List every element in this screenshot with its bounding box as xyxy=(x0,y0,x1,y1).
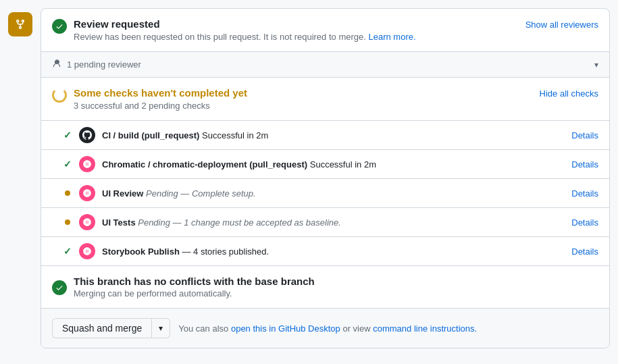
review-left: Review requested Review has been request… xyxy=(52,18,416,42)
command-line-link[interactable]: command line instructions. xyxy=(373,323,477,334)
check-success-icon-1: ✓ xyxy=(63,130,72,140)
check-row-ui-tests: UI Tests Pending — 1 change must be acce… xyxy=(41,208,609,237)
no-conflicts-title: This branch has no conflicts with the ba… xyxy=(74,276,315,287)
pending-left: 1 pending reviewer xyxy=(52,59,141,70)
checks-text: Some checks haven't completed yet 3 succ… xyxy=(74,87,247,111)
chromatic-icon-1 xyxy=(79,156,95,172)
review-subtitle: Review has been requested on this pull r… xyxy=(74,32,416,42)
chromatic-icon-3 xyxy=(79,214,95,230)
check-row-chromatic-deploy: ✓ Chromatic / chromatic-deployment (pull… xyxy=(41,150,609,179)
checks-title: Some checks haven't completed yet xyxy=(74,87,247,99)
chevron-down-icon: ▾ xyxy=(594,60,598,70)
check-text-1: CI / build (pull_request) Successful in … xyxy=(102,130,268,140)
details-link-3[interactable]: Details xyxy=(571,188,598,199)
squash-merge-button[interactable]: Squash and merge xyxy=(52,318,151,338)
chromatic-icon-2 xyxy=(79,185,95,201)
pending-reviewer-label: 1 pending reviewer xyxy=(67,59,141,70)
sidebar xyxy=(0,0,41,364)
checks-pending-icon xyxy=(52,88,67,103)
check-text-5: Storybook Publish — 4 stories published. xyxy=(102,246,269,257)
check-row-left-5: ✓ Storybook Publish — 4 stories publishe… xyxy=(63,243,269,259)
check-row-ui-review: UI Review Pending — Complete setup. Deta… xyxy=(41,179,609,208)
no-conflicts-text: This branch has no conflicts with the ba… xyxy=(74,276,315,298)
checks-subtitle: 3 successful and 2 pending checks xyxy=(74,101,247,111)
details-link-5[interactable]: Details xyxy=(571,246,598,257)
merge-info: You can also open this in GitHub Desktop… xyxy=(178,323,477,334)
no-conflicts-subtitle: Merging can be performed automatically. xyxy=(74,288,315,298)
check-success-icon-5: ✓ xyxy=(63,246,72,257)
check-row-storybook: ✓ Storybook Publish — 4 stories publishe… xyxy=(41,237,609,266)
merge-button-group: Squash and merge ▾ xyxy=(52,318,170,338)
check-text-3: UI Review Pending — Complete setup. xyxy=(102,188,256,199)
check-row-left-2: ✓ Chromatic / chromatic-deployment (pull… xyxy=(63,156,376,172)
check-text-2: Chromatic / chromatic-deployment (pull_r… xyxy=(102,159,376,170)
person-icon xyxy=(52,59,61,70)
chromatic-icon-4 xyxy=(79,243,95,259)
pending-reviewer-row[interactable]: 1 pending reviewer ▾ xyxy=(41,52,609,78)
check-row-left-4: UI Tests Pending — 1 change must be acce… xyxy=(63,214,341,230)
git-branch-icon xyxy=(8,12,32,36)
no-conflicts-section: This branch has no conflicts with the ba… xyxy=(41,266,609,309)
checks-header: Some checks haven't completed yet 3 succ… xyxy=(41,78,609,121)
check-row-ci-build: ✓ CI / build (pull_request) Successful i… xyxy=(41,121,609,150)
merge-section: Squash and merge ▾ You can also open thi… xyxy=(41,309,609,348)
open-github-desktop-link[interactable]: open this in GitHub Desktop xyxy=(231,323,340,334)
check-success-icon-2: ✓ xyxy=(63,159,72,170)
details-link-1[interactable]: Details xyxy=(571,130,598,140)
review-title: Review requested xyxy=(74,18,416,30)
details-link-2[interactable]: Details xyxy=(571,159,598,170)
hide-all-checks-link[interactable]: Hide all checks xyxy=(540,88,598,99)
check-row-left-3: UI Review Pending — Complete setup. xyxy=(63,185,256,201)
check-pending-icon-3 xyxy=(63,190,72,196)
review-text: Review requested Review has been request… xyxy=(74,18,416,42)
review-section: Review requested Review has been request… xyxy=(41,9,609,52)
check-pending-icon-4 xyxy=(63,219,72,225)
learn-more-link[interactable]: Learn more. xyxy=(368,32,415,42)
no-conflicts-icon xyxy=(52,280,67,295)
review-success-icon xyxy=(52,19,67,34)
merge-dropdown-button[interactable]: ▾ xyxy=(151,318,170,338)
details-link-4[interactable]: Details xyxy=(571,217,598,228)
main-content: Review requested Review has been request… xyxy=(41,0,618,357)
check-row-left: ✓ CI / build (pull_request) Successful i… xyxy=(63,127,268,143)
show-all-reviewers-link[interactable]: Show all reviewers xyxy=(525,20,598,30)
checks-left: Some checks haven't completed yet 3 succ… xyxy=(52,87,247,111)
check-text-4: UI Tests Pending — 1 change must be acce… xyxy=(102,217,341,228)
github-ci-icon xyxy=(79,127,95,143)
pr-checks-card: Review requested Review has been request… xyxy=(41,8,610,348)
